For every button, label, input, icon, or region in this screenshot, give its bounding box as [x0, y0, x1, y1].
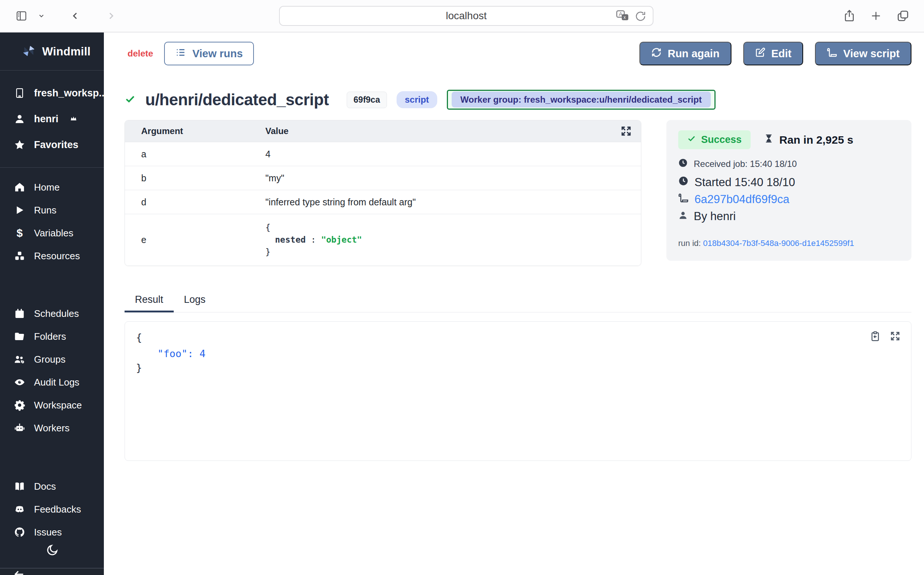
hourglass-icon	[764, 133, 774, 147]
expand-result-icon[interactable]	[890, 330, 901, 344]
nav-label: Feedbacks	[34, 504, 81, 515]
title-row: u/henri/dedicated_script 69f9ca script W…	[124, 90, 911, 110]
share-icon[interactable]	[843, 9, 855, 22]
object-key[interactable]: nested	[275, 235, 306, 245]
object-close-brace: }	[265, 246, 641, 258]
check-icon	[687, 134, 696, 146]
home-icon	[13, 182, 26, 193]
page-title: u/henri/dedicated_script	[145, 91, 329, 109]
sidebar-item-docs[interactable]: Docs	[0, 475, 104, 498]
sidebar-item-schedules[interactable]: Schedules	[0, 302, 104, 325]
tab-overview-icon[interactable]	[897, 10, 909, 22]
argument-name: e	[125, 235, 265, 245]
sidebar-item-variables[interactable]: $ Variables	[0, 222, 104, 245]
svg-text:x: x	[623, 15, 626, 20]
result-tabs: Result Logs	[124, 289, 911, 313]
nav-label: Variables	[34, 227, 73, 239]
collapse-sidebar-icon[interactable]	[13, 569, 26, 575]
sidebar-item-audit-logs[interactable]: Audit Logs	[0, 371, 104, 394]
users-icon	[13, 354, 26, 365]
translate-icon[interactable]: Ax	[616, 10, 630, 23]
copy-result-icon[interactable]	[870, 330, 881, 344]
tab-logs[interactable]: Logs	[174, 289, 216, 313]
sidebar-item-workspace-settings[interactable]: Workspace	[0, 394, 104, 416]
duration-text: Ran in 2,925 s	[779, 134, 854, 146]
run-id-label: run id:	[678, 238, 701, 248]
clock-icon	[678, 158, 688, 170]
table-row: e { nested : "object" }	[125, 214, 641, 265]
reload-icon[interactable]	[635, 11, 646, 22]
star-icon	[13, 139, 26, 150]
nav-label: Folders	[34, 331, 66, 342]
result-json: { "foo": 4 }	[136, 332, 900, 373]
worker-group-badge: Worker group: fresh_workspace:u/henri/de…	[452, 92, 711, 108]
dark-mode-toggle[interactable]	[45, 543, 59, 558]
gear-icon	[13, 399, 26, 411]
view-script-button[interactable]: View script	[815, 42, 911, 65]
run-again-button[interactable]: Run again	[639, 42, 731, 65]
forward-button[interactable]	[106, 10, 117, 21]
json-open-brace: {	[136, 332, 900, 343]
nav-label: Runs	[34, 205, 57, 216]
url-text: localhost	[446, 10, 487, 22]
delete-button[interactable]: delete	[127, 48, 153, 59]
user-icon	[13, 113, 26, 124]
github-icon	[13, 527, 26, 538]
column-header-value: Value	[265, 126, 641, 136]
edit-button[interactable]: Edit	[743, 42, 803, 65]
nav-label: Home	[34, 182, 59, 193]
list-icon	[175, 47, 186, 60]
sidebar-item-workspace-switcher[interactable]: fresh_worksp...	[0, 80, 104, 106]
view-runs-button[interactable]: View runs	[164, 42, 253, 65]
sidebar-toggle-icon[interactable]	[15, 10, 28, 21]
nav-label: Resources	[34, 250, 80, 262]
clock-icon	[678, 176, 688, 189]
edit-icon	[755, 47, 765, 60]
nav-label: Audit Logs	[34, 377, 80, 388]
sidebar-item-groups[interactable]: Groups	[0, 348, 104, 371]
back-button[interactable]	[70, 10, 81, 21]
crown-icon	[70, 113, 78, 125]
received-job-text: Received job: 15:40 18/10	[694, 159, 797, 169]
success-check-icon	[124, 94, 135, 106]
sidebar-item-home[interactable]: Home	[0, 176, 104, 199]
result-viewer: { "foo": 4 }	[124, 321, 911, 461]
run-id-link[interactable]: 018b4304-7b3f-548a-9006-d1e1452599f1	[703, 238, 854, 248]
object-value: "object"	[321, 235, 362, 245]
object-colon: :	[311, 235, 316, 245]
run-toolbar: delete View runs Run again	[124, 42, 911, 65]
folder-icon	[13, 331, 26, 342]
new-tab-icon[interactable]	[870, 10, 882, 22]
argument-name: b	[125, 173, 265, 184]
brand[interactable]: Windmill	[0, 32, 104, 70]
sidebar: Windmill fresh_worksp... henri	[0, 32, 104, 575]
play-icon	[13, 205, 26, 216]
tab-result[interactable]: Result	[124, 289, 174, 313]
run-again-label: Run again	[668, 48, 719, 60]
sidebar-item-runs[interactable]: Runs	[0, 199, 104, 222]
view-script-label: View script	[843, 48, 900, 60]
sidebar-item-user[interactable]: henri	[0, 106, 104, 132]
hash-badge[interactable]: 69f9ca	[347, 92, 387, 108]
json-key[interactable]: "foo"	[158, 348, 187, 359]
sidebar-item-feedbacks[interactable]: Feedbacks	[0, 498, 104, 521]
argument-value: 4	[265, 149, 641, 160]
argument-value: "my"	[265, 173, 641, 184]
table-row: b "my"	[125, 166, 641, 190]
sidebar-item-workers[interactable]: Workers	[0, 416, 104, 440]
nav-label: Workspace	[34, 400, 82, 411]
sidebar-item-resources[interactable]: Resources	[0, 245, 104, 267]
windmill-logo-icon	[21, 44, 36, 60]
expand-table-icon[interactable]	[620, 125, 632, 139]
sidebar-item-issues[interactable]: Issues	[0, 521, 104, 543]
status-badge: Success	[678, 130, 751, 149]
started-text: Started 15:40 18/10	[695, 176, 795, 189]
json-value: 4	[199, 348, 206, 359]
script-hash-link[interactable]: 6a297b04df69f9ca	[695, 193, 789, 206]
nav-label: Groups	[34, 354, 65, 365]
sidebar-item-favorites[interactable]: Favorites	[0, 132, 104, 158]
chevron-down-icon[interactable]	[38, 12, 45, 19]
address-bar[interactable]: localhost Ax	[279, 6, 653, 26]
nav-label: Docs	[34, 481, 56, 492]
sidebar-item-folders[interactable]: Folders	[0, 325, 104, 348]
